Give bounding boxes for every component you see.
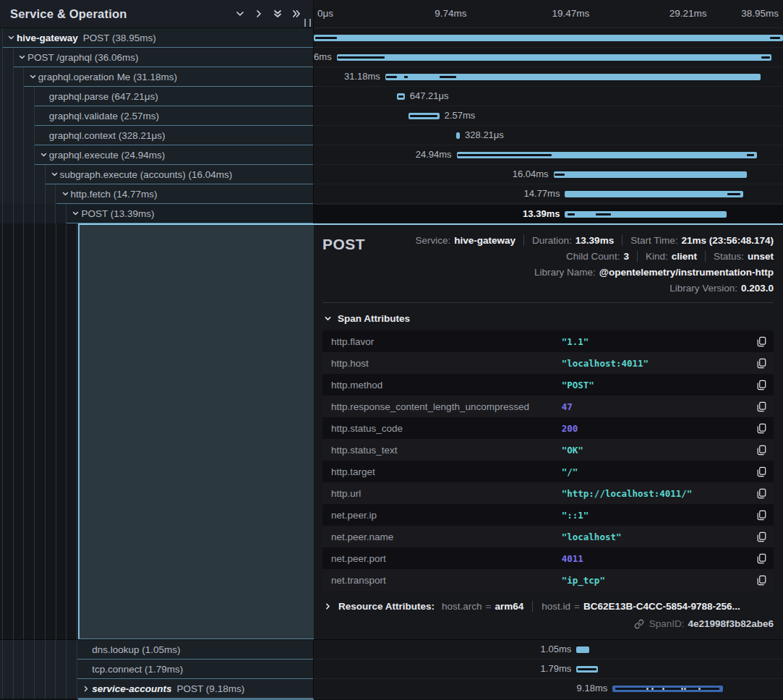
child-span-mark — [458, 154, 552, 156]
overview-line: Library Version:0.203.0 — [669, 280, 774, 296]
span-id-label: SpanID: — [649, 618, 685, 629]
attribute-row: net.peer.port4011 — [322, 547, 774, 569]
child-span-mark — [410, 115, 437, 117]
attribute-key: net.transport — [322, 575, 562, 586]
tree-row-tcp.connect[interactable]: tcp.connect (1.79ms) — [0, 660, 314, 679]
copy-icon[interactable] — [749, 401, 774, 412]
chevron-down-icon[interactable] — [38, 151, 49, 159]
expand-all-double-chevron-down-icon[interactable] — [268, 4, 287, 23]
chevron-down-icon[interactable] — [49, 171, 60, 179]
operation-name: graphql.execute (24.94ms) — [49, 150, 166, 161]
timeline-row[interactable]: 16.04ms — [314, 165, 783, 184]
tree-row-POST[interactable]: service-accountsPOST (9.18ms) — [0, 679, 314, 699]
copy-icon[interactable] — [749, 488, 774, 499]
span-row: graphql.validate (2.57ms)2.57ms — [0, 106, 783, 126]
copy-icon[interactable] — [749, 575, 774, 586]
child-span-dot — [662, 688, 664, 690]
trace-viewer: Service & Operation 0μs9.74ms19.47ms29.2… — [0, 0, 783, 700]
operation-name: graphql.parse (647.21μs) — [49, 91, 158, 102]
span-bar[interactable] — [456, 132, 460, 139]
overview-value: unset — [748, 251, 774, 262]
attribute-value: "ip_tcp" — [562, 575, 749, 586]
collapse-one-chevron-right-icon[interactable] — [249, 4, 268, 23]
timeline-tick-label: 19.47ms — [552, 0, 590, 27]
tree-row-graphql.operation[interactable]: graphql.operation Me (31.18ms) — [0, 67, 314, 87]
tree-row-POST[interactable]: hive-gatewayPOST (38.95ms) — [0, 28, 314, 48]
operation-name: graphql.validate (2.57ms) — [49, 111, 159, 121]
tree-row-subgraph.execute[interactable]: subgraph.execute (accounts) (16.04ms) — [0, 165, 314, 184]
tree-row-graphql.context[interactable]: graphql.context (328.21μs) — [0, 126, 314, 145]
copy-icon[interactable] — [749, 510, 774, 521]
tree-row-graphql.parse[interactable]: graphql.parse (647.21μs) — [0, 87, 314, 106]
tree-row-http.fetch[interactable]: http.fetch (14.77ms) — [0, 184, 314, 204]
timeline-row[interactable]: 647.21μs — [314, 87, 783, 106]
span-bar[interactable] — [385, 74, 761, 80]
tree-row-graphql.validate[interactable]: graphql.validate (2.57ms) — [0, 106, 314, 126]
resource-attributes-row[interactable]: Resource Attributes: host.arch=arm64host… — [324, 601, 774, 612]
timeline-row[interactable]: 24.94ms — [314, 145, 783, 165]
tree-row-graphql.execute[interactable]: graphql.execute (24.94ms) — [0, 145, 314, 165]
span-bar[interactable] — [337, 54, 771, 61]
timeline-row[interactable]: 13.39ms — [314, 204, 783, 223]
copy-icon[interactable] — [749, 423, 774, 434]
child-span-mark — [398, 95, 403, 98]
tree-row-dns.lookup[interactable]: dns.lookup (1.05ms) — [0, 640, 314, 660]
timeline-row[interactable]: 328.21μs — [314, 126, 783, 145]
copy-icon[interactable] — [749, 532, 774, 542]
attribute-key: http.flavor — [322, 336, 562, 347]
span-bar[interactable] — [554, 171, 747, 178]
chevron-down-icon[interactable] — [60, 190, 71, 198]
timeline-row[interactable]: 1.79ms — [314, 660, 783, 679]
chevron-down-icon[interactable] — [17, 54, 27, 61]
collapse-all-double-chevron-right-icon[interactable] — [287, 4, 306, 23]
operation-name: subgraph.execute (accounts) (16.04ms) — [60, 169, 233, 180]
span-bar[interactable] — [314, 35, 783, 41]
span-rows-bottom: dns.lookup (1.05ms)1.05mstcp.connect (1.… — [0, 640, 783, 699]
span-attributes-header[interactable]: Span Attributes — [324, 313, 774, 324]
timeline-row[interactable]: 38.95ms — [314, 28, 783, 48]
timeline-row[interactable]: 14.77ms — [314, 184, 783, 204]
attribute-value: "::1" — [562, 510, 749, 521]
indent-guide-lines — [2, 106, 35, 126]
copy-icon[interactable] — [749, 358, 774, 369]
indent-guide-lines — [2, 660, 78, 679]
overview-line: Service:hive-gatewayDuration:13.39msStar… — [415, 232, 774, 248]
span-bar[interactable] — [457, 152, 758, 158]
overview-label: Status: — [714, 251, 744, 262]
link-icon[interactable] — [634, 619, 644, 629]
span-bar[interactable] — [397, 93, 405, 100]
timeline-row[interactable]: 2.57ms — [314, 106, 783, 126]
copy-icon[interactable] — [749, 553, 774, 564]
chevron-right-icon[interactable] — [81, 685, 92, 693]
tree-row-POST[interactable]: POST /graphql (36.06ms) — [0, 48, 314, 67]
timeline-row[interactable]: 36.06ms — [314, 48, 783, 67]
copy-icon[interactable] — [749, 466, 774, 477]
indent-guide-lines — [2, 126, 35, 145]
copy-icon[interactable] — [749, 445, 774, 456]
timeline-row[interactable]: 31.18ms — [314, 67, 783, 87]
span-duration-label: 9.18ms — [577, 679, 608, 698]
column-resize-handle-icon[interactable] — [304, 19, 311, 27]
child-span-mark — [555, 174, 565, 176]
span-row: http.fetch (14.77ms)14.77ms — [0, 184, 783, 204]
timeline-row[interactable]: 1.05ms — [314, 640, 783, 660]
overview-value: client — [672, 251, 697, 262]
copy-icon[interactable] — [749, 380, 774, 390]
timeline-row[interactable]: 9.18ms — [314, 679, 783, 699]
span-bar[interactable] — [565, 211, 726, 218]
chevron-down-icon[interactable] — [70, 210, 81, 218]
span-row: graphql.operation Me (31.18ms)31.18ms — [0, 67, 783, 87]
span-bar[interactable] — [576, 666, 598, 673]
span-bar[interactable] — [612, 686, 723, 692]
span-bar[interactable] — [565, 191, 743, 197]
chevron-down-icon[interactable] — [27, 73, 38, 81]
indent-guide-lines — [2, 48, 14, 67]
span-bar[interactable] — [576, 646, 589, 653]
chevron-down-icon[interactable] — [6, 34, 17, 42]
attribute-row: http.url"http://localhost:4011/" — [322, 482, 774, 504]
expand-one-chevron-down-icon[interactable] — [231, 4, 249, 23]
tree-row-POST[interactable]: POST (13.39ms) — [0, 204, 314, 223]
indent-guide-lines — [2, 184, 57, 204]
copy-icon[interactable] — [749, 336, 774, 347]
span-bar[interactable] — [408, 113, 440, 119]
